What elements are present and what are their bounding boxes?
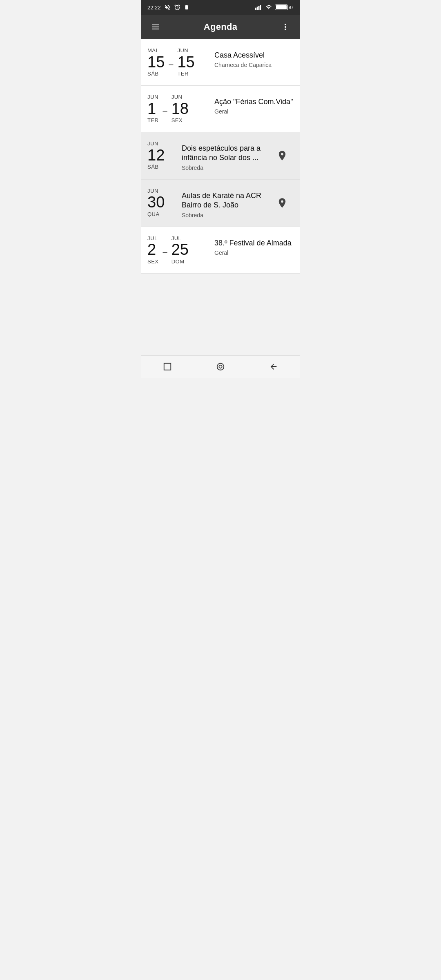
start-day: 1 bbox=[147, 100, 156, 118]
event-info: Aulas de Karaté na ACR Bairro de S. João… bbox=[180, 188, 271, 218]
event-item-1[interactable]: MAI 15 SÁB – JUN 15 TER Casa Acessível C… bbox=[141, 39, 300, 86]
event-title: 38.º Festival de Almada bbox=[214, 238, 294, 248]
square-icon bbox=[163, 362, 172, 371]
event-end-date: JUN 15 TER bbox=[177, 47, 194, 77]
svg-rect-1 bbox=[257, 7, 258, 10]
event-title: Ação "Férias Com.Vida" bbox=[214, 97, 294, 107]
start-weekday: SÁB bbox=[147, 164, 159, 170]
event-title: Dois espetáculos para a infância no Sola… bbox=[182, 144, 271, 163]
app-bar: Agenda bbox=[141, 15, 300, 39]
end-weekday: SEX bbox=[172, 117, 183, 124]
events-list: MAI 15 SÁB – JUN 15 TER Casa Acessível C… bbox=[141, 39, 300, 274]
home-button[interactable] bbox=[206, 358, 235, 375]
location-pin-icon bbox=[276, 150, 288, 161]
date-separator: – bbox=[169, 60, 173, 69]
more-options-button[interactable] bbox=[277, 19, 294, 35]
alarm-icon bbox=[174, 4, 180, 11]
status-time: 22:22 bbox=[147, 4, 161, 11]
event-date-range: MAI 15 SÁB – JUN 15 TER bbox=[147, 47, 213, 77]
start-day: 12 bbox=[147, 147, 165, 164]
end-day: 18 bbox=[172, 100, 189, 118]
content-spacer bbox=[141, 274, 300, 355]
battery-indicator: 97 bbox=[275, 4, 294, 10]
start-day: 30 bbox=[147, 194, 165, 211]
delete-icon bbox=[184, 4, 189, 11]
start-weekday: SÁB bbox=[147, 71, 159, 77]
start-month: JUN bbox=[147, 94, 158, 100]
start-month: MAI bbox=[147, 47, 158, 54]
start-month: JUN bbox=[147, 140, 158, 147]
date-separator: – bbox=[163, 247, 167, 257]
event-end-date: JUL 25 DOM bbox=[172, 235, 189, 265]
bottom-nav bbox=[141, 355, 300, 378]
event-item-5[interactable]: JUL 2 SEX – JUL 25 DOM 38.º Festival de … bbox=[141, 227, 300, 274]
status-left: 22:22 bbox=[147, 4, 189, 11]
end-weekday: TER bbox=[177, 71, 189, 77]
event-info: 38.º Festival de Almada Geral bbox=[213, 235, 294, 256]
start-weekday: QUA bbox=[147, 211, 160, 218]
start-day: 15 bbox=[147, 54, 165, 71]
event-item-4[interactable]: JUN 30 QUA Aulas de Karaté na ACR Bairro… bbox=[141, 180, 300, 227]
recents-button[interactable] bbox=[153, 358, 182, 375]
svg-rect-4 bbox=[164, 363, 171, 370]
back-arrow-icon bbox=[269, 362, 278, 371]
status-bar: 22:22 97 bbox=[141, 0, 300, 15]
event-info: Casa Acessível Charneca de Caparica bbox=[213, 47, 294, 68]
event-info: Ação "Férias Com.Vida" Geral bbox=[213, 94, 294, 115]
end-weekday: DOM bbox=[172, 258, 185, 265]
event-location: Geral bbox=[214, 249, 294, 256]
back-button[interactable] bbox=[259, 358, 288, 375]
event-start-date: MAI 15 SÁB bbox=[147, 47, 165, 77]
event-location: Sobreda bbox=[182, 165, 271, 171]
event-start-date: JUN 30 QUA bbox=[147, 188, 180, 218]
circle-icon bbox=[216, 362, 225, 371]
location-pin-area bbox=[271, 188, 294, 218]
start-weekday: TER bbox=[147, 117, 159, 124]
start-day: 2 bbox=[147, 241, 156, 258]
end-month: JUN bbox=[177, 47, 188, 54]
event-date-range: JUN 1 TER – JUN 18 SEX bbox=[147, 94, 213, 124]
app-title: Agenda bbox=[204, 22, 237, 32]
event-date-single: JUN 30 QUA bbox=[147, 188, 180, 218]
mute-icon bbox=[164, 4, 171, 11]
date-separator: – bbox=[163, 106, 167, 116]
event-location: Geral bbox=[214, 108, 294, 115]
event-info: Dois espetáculos para a infância no Sola… bbox=[180, 140, 271, 171]
battery-level: 97 bbox=[289, 5, 294, 10]
end-day: 15 bbox=[177, 54, 194, 71]
signal-icon bbox=[255, 4, 263, 10]
event-title: Aulas de Karaté na ACR Bairro de S. João bbox=[182, 191, 271, 210]
start-month: JUL bbox=[147, 235, 158, 242]
event-date-range: JUL 2 SEX – JUL 25 DOM bbox=[147, 235, 213, 265]
svg-point-5 bbox=[217, 363, 224, 370]
svg-rect-3 bbox=[260, 5, 261, 10]
location-pin-icon bbox=[276, 197, 288, 209]
end-month: JUL bbox=[172, 235, 182, 242]
start-month: JUN bbox=[147, 188, 158, 194]
event-title: Casa Acessível bbox=[214, 51, 294, 60]
status-right: 97 bbox=[255, 4, 294, 10]
end-day: 25 bbox=[172, 241, 189, 258]
event-item-3[interactable]: JUN 12 SÁB Dois espetáculos para a infân… bbox=[141, 132, 300, 180]
event-start-date: JUN 12 SÁB bbox=[147, 140, 180, 170]
event-end-date: JUN 18 SEX bbox=[172, 94, 189, 124]
event-start-date: JUL 2 SEX bbox=[147, 235, 159, 265]
event-location: Charneca de Caparica bbox=[214, 62, 294, 68]
event-start-date: JUN 1 TER bbox=[147, 94, 159, 124]
event-date-single: JUN 12 SÁB bbox=[147, 140, 180, 170]
svg-rect-2 bbox=[258, 6, 259, 10]
event-location: Sobreda bbox=[182, 212, 271, 218]
menu-button[interactable] bbox=[147, 19, 164, 35]
svg-point-6 bbox=[219, 365, 222, 368]
more-vert-icon bbox=[281, 22, 290, 32]
event-item-2[interactable]: JUN 1 TER – JUN 18 SEX Ação "Férias Com.… bbox=[141, 86, 300, 132]
svg-rect-0 bbox=[255, 8, 256, 10]
start-weekday: SEX bbox=[147, 258, 159, 265]
location-pin-area bbox=[271, 140, 294, 171]
end-month: JUN bbox=[172, 94, 183, 100]
wifi-icon bbox=[265, 4, 272, 10]
hamburger-icon bbox=[151, 22, 160, 32]
